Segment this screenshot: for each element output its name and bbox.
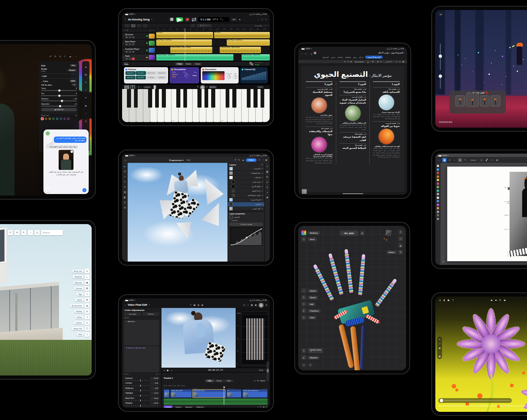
sustain-button[interactable]: Sustain	[143, 86, 151, 88]
highlight-icon[interactable]: ▨	[377, 61, 379, 63]
slider-knob[interactable]	[59, 105, 61, 107]
back-icon[interactable]: ←	[437, 158, 441, 162]
select-tool-icon[interactable]: ►	[458, 158, 462, 162]
share-button[interactable]: Share	[246, 158, 256, 162]
add-track-icon[interactable]: ＋	[124, 29, 126, 31]
panel-icon[interactable]: ◇	[85, 292, 89, 296]
info-panel-icon[interactable]: ℹ	[267, 186, 268, 189]
black-key[interactable]	[155, 89, 159, 108]
vertical-slider[interactable]	[440, 74, 441, 89]
project-title[interactable]: Video Final Edit	[128, 303, 147, 306]
remove-attachment-icon[interactable]: ×	[71, 150, 73, 153]
black-key[interactable]	[226, 89, 230, 108]
plugin-chromaglow[interactable]: ChromaGlow ModelDriveStyle Modern Tube C…	[170, 67, 199, 83]
document-name[interactable]: Fragmented ▾	[169, 159, 184, 161]
sidebar-tool[interactable]: ⇕ Transform	[301, 308, 321, 313]
record-button[interactable]: ●	[185, 17, 190, 22]
settings-icon[interactable]: ◉	[200, 85, 205, 89]
chevron-right-icon[interactable]: ›	[86, 132, 86, 135]
tool-icon[interactable]	[437, 190, 439, 192]
keying-icon[interactable]: ⊘	[247, 304, 249, 306]
numbering-icon[interactable]: ≕	[396, 61, 397, 63]
modeling-icon[interactable]	[301, 230, 306, 235]
color-dot[interactable]	[49, 118, 51, 120]
overwrite-icon[interactable]: ⊟	[266, 406, 268, 408]
tool-icon[interactable]	[437, 200, 439, 202]
layer-row[interactable]: أعلى اليمين ●	[228, 207, 264, 211]
auto-button[interactable]: Auto	[70, 64, 77, 67]
region-pads[interactable]: Keyboard Player - Simple Pad	[156, 54, 233, 60]
panel-label[interactable]: Materials	[73, 281, 84, 284]
layer-visibility-icon[interactable]: ●	[262, 203, 263, 205]
inspector-tab[interactable]: Sends	[184, 63, 193, 65]
tool-icon[interactable]	[437, 218, 439, 220]
settings-gear-icon[interactable]: ◔	[28, 230, 33, 235]
black-key[interactable]	[183, 89, 187, 108]
stop-button[interactable]: ■	[169, 17, 174, 22]
track-header-drummer[interactable]: 1 Drummer MSR	[122, 33, 156, 40]
rail-icon[interactable]: ◐	[84, 88, 88, 92]
flipbook-frame[interactable]	[491, 95, 500, 106]
video-clip[interactable]: Skyline_Blue_Background	[242, 389, 268, 398]
pads-lane[interactable]: Keyboard Player - Simple PadKeyboard Pla…	[156, 54, 270, 61]
curves-graph[interactable]	[230, 227, 262, 246]
bass-lane[interactable]: Bass Player - Indie DiscoBass Player - I…	[156, 39, 270, 46]
lift-icon[interactable]: ⇪	[260, 406, 262, 408]
help-icon[interactable]: ◎	[261, 18, 263, 20]
panel-icon[interactable]: ⓘ	[85, 326, 89, 331]
compose-text[interactable]: على الأرجح هذي! عملت تعديلات سريعة على ا…	[46, 171, 86, 176]
more-icon[interactable]: ⋯	[265, 63, 268, 65]
black-key[interactable]	[261, 89, 265, 108]
back-icon[interactable]: ‹	[125, 17, 126, 21]
song-title[interactable]: An Evening Song	[128, 18, 150, 21]
editor-view-icon[interactable]	[137, 24, 141, 27]
rail-icon[interactable]: ✎	[84, 80, 88, 84]
panel-label[interactable]: Soften	[75, 316, 84, 319]
settings-gear-icon[interactable]: ◉	[504, 299, 505, 301]
black-key[interactable]	[176, 89, 180, 108]
move-tool-icon[interactable]: ►	[124, 165, 126, 168]
snapping-icon[interactable]: ⧉	[257, 380, 258, 382]
light-section[interactable]: › Light	[41, 75, 47, 77]
comments-panel-icon[interactable]: ▭	[266, 181, 268, 184]
eraser-tool-icon[interactable]: ▨	[124, 191, 126, 194]
timeline-zoom-slider[interactable]	[266, 361, 269, 381]
black-key[interactable]	[204, 89, 209, 108]
slider-track[interactable]	[41, 106, 77, 106]
region-keys[interactable]: Keyboard Player - Brown Chords	[170, 47, 212, 53]
layer-visibility-icon[interactable]: ●	[262, 168, 263, 170]
plugin-alchemy[interactable]: Alchemy Bright SynthEpic SynthMetallic S…	[124, 67, 168, 83]
italic-button[interactable]: I	[370, 60, 370, 63]
ribbon-tab[interactable]: مراجعة	[338, 56, 343, 58]
sidebar-tool[interactable]: ◌ Search	[301, 288, 321, 293]
color-dot[interactable]	[52, 118, 55, 120]
piano-octave[interactable]: C3	[171, 89, 221, 122]
toolbar-icon[interactable]: ⇧	[64, 55, 66, 58]
decay-knob[interactable]	[227, 75, 231, 79]
panel-icon[interactable]: ◑	[85, 315, 89, 319]
ribbon-tab[interactable]: عرض	[331, 56, 335, 58]
underline-button[interactable]: U	[367, 60, 369, 63]
layer-row[interactable]: خفض تشبع الأصفر ●	[228, 193, 264, 198]
flipbook-frame-current[interactable]	[466, 93, 479, 107]
redo-icon[interactable]: ↻	[344, 61, 346, 63]
close-icon[interactable]: ✕	[442, 260, 444, 263]
ribbon-tab[interactable]: إدراج	[359, 56, 363, 58]
flipbook-frame[interactable]	[480, 95, 490, 106]
audio-track[interactable]	[164, 398, 268, 405]
pencil-icon[interactable]: ✎	[197, 86, 199, 88]
done-button[interactable]: تم	[438, 12, 443, 16]
layer-row[interactable]: التعديلات ●	[228, 175, 264, 180]
close-icon[interactable]: ⊗	[75, 114, 77, 117]
black-key[interactable]	[162, 89, 166, 108]
black-key[interactable]	[211, 89, 215, 108]
browser-view-icon[interactable]	[125, 24, 130, 27]
tool-icon[interactable]	[437, 175, 439, 178]
tool-icon[interactable]	[437, 193, 439, 195]
insert-icon[interactable]: ⊞	[263, 406, 265, 408]
share-icon[interactable]: ⇧	[305, 53, 307, 55]
region-icon[interactable]: ▣	[439, 347, 441, 349]
color-dot[interactable]	[60, 118, 62, 120]
piano-octave[interactable]: C2	[122, 89, 171, 122]
export-panel-icon[interactable]: ⇪	[266, 165, 268, 168]
